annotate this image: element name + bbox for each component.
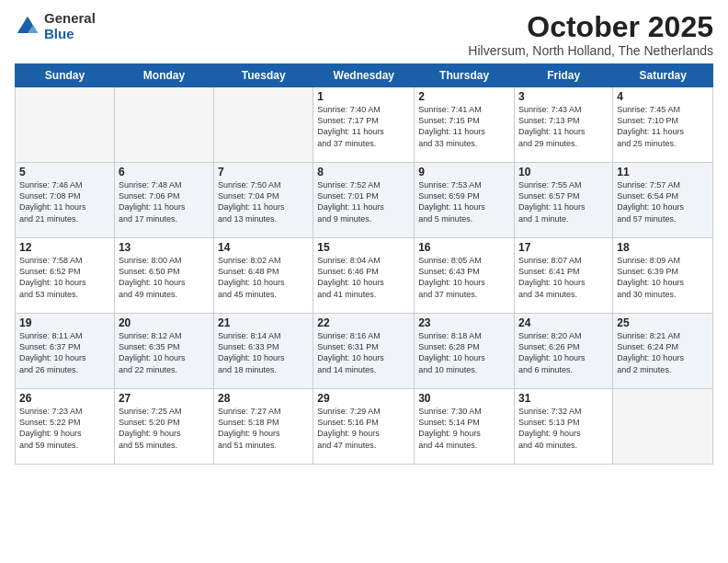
day-info: Sunrise: 8:05 AM Sunset: 6:43 PM Dayligh… — [418, 255, 510, 300]
day-info: Sunrise: 7:25 AM Sunset: 5:20 PM Dayligh… — [119, 406, 210, 451]
col-saturday: Saturday — [613, 64, 713, 87]
day-info: Sunrise: 7:46 AM Sunset: 7:08 PM Dayligh… — [19, 179, 110, 224]
calendar-week-3: 19Sunrise: 8:11 AM Sunset: 6:37 PM Dayli… — [16, 314, 713, 389]
day-info: Sunrise: 7:27 AM Sunset: 5:18 PM Dayligh… — [218, 406, 309, 451]
title-block: October 2025 Hilversum, North Holland, T… — [468, 11, 713, 58]
day-number: 10 — [518, 166, 609, 178]
day-number: 26 — [19, 392, 110, 405]
calendar-week-4: 26Sunrise: 7:23 AM Sunset: 5:22 PM Dayli… — [16, 389, 713, 465]
day-info: Sunrise: 7:57 AM Sunset: 6:54 PM Dayligh… — [617, 179, 709, 224]
day-info: Sunrise: 8:09 AM Sunset: 6:39 PM Dayligh… — [617, 255, 709, 300]
day-info: Sunrise: 8:14 AM Sunset: 6:33 PM Dayligh… — [218, 330, 309, 375]
day-number: 21 — [218, 316, 309, 329]
month-title: October 2025 — [468, 11, 713, 43]
day-info: Sunrise: 7:23 AM Sunset: 5:22 PM Dayligh… — [19, 406, 110, 451]
calendar-week-0: 1Sunrise: 7:40 AM Sunset: 7:17 PM Daylig… — [16, 87, 713, 163]
table-row: 27Sunrise: 7:25 AM Sunset: 5:20 PM Dayli… — [114, 389, 213, 465]
day-info: Sunrise: 7:43 AM Sunset: 7:13 PM Dayligh… — [518, 104, 609, 149]
day-number: 19 — [19, 316, 110, 329]
day-number: 7 — [218, 166, 309, 178]
day-number: 12 — [19, 241, 110, 254]
day-info: Sunrise: 8:11 AM Sunset: 6:37 PM Dayligh… — [19, 330, 110, 375]
day-info: Sunrise: 7:50 AM Sunset: 7:04 PM Dayligh… — [218, 179, 309, 224]
table-row: 25Sunrise: 8:21 AM Sunset: 6:24 PM Dayli… — [613, 314, 713, 389]
col-friday: Friday — [515, 64, 613, 87]
day-info: Sunrise: 7:30 AM Sunset: 5:14 PM Dayligh… — [418, 406, 510, 451]
table-row: 12Sunrise: 7:58 AM Sunset: 6:52 PM Dayli… — [16, 238, 115, 314]
table-row: 22Sunrise: 8:16 AM Sunset: 6:31 PM Dayli… — [313, 314, 415, 389]
day-info: Sunrise: 8:21 AM Sunset: 6:24 PM Dayligh… — [617, 330, 709, 375]
table-row: 5Sunrise: 7:46 AM Sunset: 7:08 PM Daylig… — [16, 163, 115, 238]
table-row: 14Sunrise: 8:02 AM Sunset: 6:48 PM Dayli… — [214, 238, 313, 314]
day-number: 9 — [418, 166, 510, 178]
day-number: 23 — [418, 316, 510, 329]
table-row: 11Sunrise: 7:57 AM Sunset: 6:54 PM Dayli… — [613, 163, 713, 238]
day-number: 15 — [317, 241, 410, 254]
calendar-week-2: 12Sunrise: 7:58 AM Sunset: 6:52 PM Dayli… — [16, 238, 713, 314]
table-row — [114, 87, 213, 163]
header-row: Sunday Monday Tuesday Wednesday Thursday… — [16, 64, 713, 87]
day-info: Sunrise: 8:20 AM Sunset: 6:26 PM Dayligh… — [518, 330, 609, 375]
col-wednesday: Wednesday — [313, 64, 415, 87]
day-number: 18 — [617, 241, 709, 254]
table-row: 8Sunrise: 7:52 AM Sunset: 7:01 PM Daylig… — [313, 163, 415, 238]
header: General Blue October 2025 Hilversum, Nor… — [15, 11, 713, 58]
table-row — [16, 87, 115, 163]
day-number: 24 — [518, 316, 609, 329]
day-number: 13 — [119, 241, 210, 254]
table-row: 4Sunrise: 7:45 AM Sunset: 7:10 PM Daylig… — [613, 87, 713, 163]
day-info: Sunrise: 7:48 AM Sunset: 7:06 PM Dayligh… — [119, 179, 210, 224]
day-info: Sunrise: 7:45 AM Sunset: 7:10 PM Dayligh… — [617, 104, 709, 149]
table-row: 6Sunrise: 7:48 AM Sunset: 7:06 PM Daylig… — [114, 163, 213, 238]
day-number: 5 — [19, 166, 110, 178]
day-info: Sunrise: 8:02 AM Sunset: 6:48 PM Dayligh… — [218, 255, 309, 300]
table-row: 9Sunrise: 7:53 AM Sunset: 6:59 PM Daylig… — [415, 163, 515, 238]
col-tuesday: Tuesday — [214, 64, 313, 87]
table-row: 10Sunrise: 7:55 AM Sunset: 6:57 PM Dayli… — [515, 163, 613, 238]
table-row: 30Sunrise: 7:30 AM Sunset: 5:14 PM Dayli… — [415, 389, 515, 465]
day-info: Sunrise: 8:16 AM Sunset: 6:31 PM Dayligh… — [317, 330, 410, 375]
day-number: 1 — [317, 90, 410, 103]
calendar-week-1: 5Sunrise: 7:46 AM Sunset: 7:08 PM Daylig… — [16, 163, 713, 238]
table-row: 17Sunrise: 8:07 AM Sunset: 6:41 PM Dayli… — [515, 238, 613, 314]
day-number: 22 — [317, 316, 410, 329]
day-info: Sunrise: 7:53 AM Sunset: 6:59 PM Dayligh… — [418, 179, 510, 224]
logo: General Blue — [15, 11, 96, 41]
day-number: 31 — [518, 392, 609, 405]
logo-general-text: General — [44, 11, 96, 27]
day-info: Sunrise: 7:32 AM Sunset: 5:13 PM Dayligh… — [518, 406, 609, 451]
logo-icon — [15, 14, 40, 40]
day-number: 25 — [617, 316, 709, 329]
col-monday: Monday — [114, 64, 213, 87]
day-info: Sunrise: 7:41 AM Sunset: 7:15 PM Dayligh… — [418, 104, 510, 149]
day-number: 14 — [218, 241, 309, 254]
table-row: 18Sunrise: 8:09 AM Sunset: 6:39 PM Dayli… — [613, 238, 713, 314]
table-row: 13Sunrise: 8:00 AM Sunset: 6:50 PM Dayli… — [114, 238, 213, 314]
page: General Blue October 2025 Hilversum, Nor… — [0, 0, 728, 472]
table-row: 31Sunrise: 7:32 AM Sunset: 5:13 PM Dayli… — [515, 389, 613, 465]
table-row: 28Sunrise: 7:27 AM Sunset: 5:18 PM Dayli… — [214, 389, 313, 465]
day-number: 16 — [418, 241, 510, 254]
day-info: Sunrise: 7:58 AM Sunset: 6:52 PM Dayligh… — [19, 255, 110, 300]
table-row — [214, 87, 313, 163]
table-row — [613, 389, 713, 465]
day-info: Sunrise: 7:29 AM Sunset: 5:16 PM Dayligh… — [317, 406, 410, 451]
day-info: Sunrise: 7:40 AM Sunset: 7:17 PM Dayligh… — [317, 104, 410, 149]
table-row: 7Sunrise: 7:50 AM Sunset: 7:04 PM Daylig… — [214, 163, 313, 238]
table-row: 3Sunrise: 7:43 AM Sunset: 7:13 PM Daylig… — [515, 87, 613, 163]
day-info: Sunrise: 7:52 AM Sunset: 7:01 PM Dayligh… — [317, 179, 410, 224]
day-number: 8 — [317, 166, 410, 178]
logo-text: General Blue — [44, 11, 96, 41]
table-row: 16Sunrise: 8:05 AM Sunset: 6:43 PM Dayli… — [415, 238, 515, 314]
day-number: 2 — [418, 90, 510, 103]
table-row: 23Sunrise: 8:18 AM Sunset: 6:28 PM Dayli… — [415, 314, 515, 389]
day-number: 6 — [119, 166, 210, 178]
table-row: 29Sunrise: 7:29 AM Sunset: 5:16 PM Dayli… — [313, 389, 415, 465]
day-number: 11 — [617, 166, 709, 178]
day-info: Sunrise: 8:04 AM Sunset: 6:46 PM Dayligh… — [317, 255, 410, 300]
day-info: Sunrise: 7:55 AM Sunset: 6:57 PM Dayligh… — [518, 179, 609, 224]
col-thursday: Thursday — [415, 64, 515, 87]
table-row: 26Sunrise: 7:23 AM Sunset: 5:22 PM Dayli… — [16, 389, 115, 465]
day-info: Sunrise: 8:12 AM Sunset: 6:35 PM Dayligh… — [119, 330, 210, 375]
day-number: 27 — [119, 392, 210, 405]
